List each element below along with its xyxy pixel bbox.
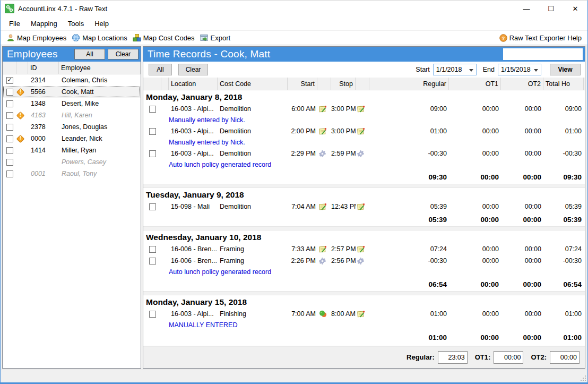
employee-checkbox[interactable] [6,112,13,119]
record-checkbox[interactable] [149,128,156,135]
record-cost-code: Demolition [218,203,288,210]
end-date-label: End [483,66,495,73]
time-record-row[interactable]: 16-003 - Alpi... Demolition 2:00 PM [143,125,585,137]
time-records-filter-row: All Clear Start 1/1/2018 End 1/15/2018 V… [143,62,585,78]
records-clear-button[interactable]: Clear [178,64,208,75]
employee-row[interactable]: ! 2378 Jones, Douglas [3,121,141,133]
record-checkbox[interactable] [149,203,156,210]
record-checkbox[interactable] [149,258,156,264]
time-record-row[interactable]: 16-003 - Alpi... Demolition 2:29 PM [143,148,585,159]
record-total-hours: 01:00 [543,310,584,318]
employees-clear-button[interactable]: Clear [108,49,139,59]
map-employees-button[interactable]: Map Employees [4,32,69,43]
employee-row[interactable]: ! 1414 Miller, Ryan [3,144,141,156]
employee-checkbox[interactable] [6,124,13,131]
record-checkbox[interactable] [149,311,156,318]
time-records-column-headers: Location Cost Code Start Stop Regular OT… [143,78,585,90]
column-header-regular[interactable]: Regular [369,78,449,90]
map-locations-button[interactable]: Map Locations [69,32,130,43]
note-icon [357,203,365,210]
record-checkbox[interactable] [149,150,156,157]
day-subtotal-row: 05:39 00:00 00:00 05:39 [143,212,585,226]
employee-row[interactable]: ! 1348 Desert, Mike [3,98,141,109]
column-header-total-hours[interactable]: Total Ho [543,78,584,90]
map-cost-codes-button[interactable]: Map Cost Codes [130,32,197,43]
toolbar-label: Map Locations [82,34,127,42]
column-header-flag [161,78,169,90]
column-header-location[interactable]: Location [169,78,218,90]
day-subtotal-row: 09:30 00:00 00:00 09:30 [143,170,585,184]
resize-grip[interactable] [580,374,586,381]
toolbar-label: Export [211,34,231,42]
export-button[interactable]: Export [197,32,234,43]
column-header-stop[interactable]: Stop [331,78,356,90]
employees-panel: Employees All Clear ID Employee ! 2314 C… [2,46,141,369]
employees-panel-header: Employees All Clear [3,47,141,62]
employees-column-headers: ID Employee [3,62,141,74]
column-header-ot1[interactable]: OT1 [449,78,501,90]
column-header-cost-code[interactable]: Cost Code [218,78,288,90]
record-cost-code: Framing [218,257,288,264]
employee-row[interactable]: ! Powers, Casey [3,156,141,168]
view-button[interactable]: View [550,64,581,75]
record-checkbox[interactable] [149,246,156,253]
time-records-list: Monday, January 8, 2018 16-003 - Alpi...… [143,90,585,346]
column-header-id[interactable]: ID [28,62,59,74]
ot1-total-label: OT1: [475,353,491,361]
menu-file[interactable]: File [4,18,25,30]
employee-checkbox[interactable] [6,170,13,177]
raw-text-exporter-help-button[interactable]: ? Raw Text Exporter Help [497,33,584,43]
time-record-row[interactable]: 15-098 - Mali Demolition 7:04 AM [143,201,585,212]
cubes-icon [133,33,141,42]
record-total-hours: 05:39 [543,203,584,210]
record-regular-hours: 01:00 [369,127,449,135]
end-date-picker[interactable]: 1/15/2018 [498,64,541,75]
record-start-time: 7:33 AM [288,245,317,253]
column-header-employee[interactable]: Employee [59,62,141,74]
column-header-ot2[interactable]: OT2 [501,78,543,90]
record-start-time: 2:29 PM [288,150,317,157]
employee-id: 0000 [28,135,59,142]
employee-name: Powers, Casey [59,158,141,166]
record-start-time: 2:26 PM [288,257,317,264]
menu-help[interactable]: Help [89,18,114,30]
column-header-start[interactable]: Start [288,78,317,90]
record-location: 15-098 - Mali [169,203,218,210]
start-date-value: 1/1/2018 [436,66,462,73]
employees-select-all-button[interactable]: All [74,49,105,59]
search-input[interactable] [504,49,585,59]
employee-row[interactable]: ! 0000 Leander, Nick [3,133,141,144]
subtotal-total: 05:39 [543,216,584,224]
record-cost-code: Demolition [218,105,288,113]
record-note-text: Manually entered by Nick. [169,139,245,146]
employee-checkbox[interactable] [6,147,13,154]
record-total-hours: -00:30 [543,257,584,264]
record-stop-time: 12:43 PM [331,203,356,210]
employee-id: 5566 [28,88,59,96]
close-button[interactable]: ✕ [563,1,587,16]
employee-row[interactable]: ! 0001 Raoul, Tony [3,168,141,180]
employee-checkbox[interactable] [6,135,13,142]
employee-checkbox[interactable] [6,159,13,166]
employee-row[interactable]: ! 5566 Cook, Matt [3,86,141,98]
record-checkbox[interactable] [149,106,156,113]
time-record-row[interactable]: 16-003 - Alpi... Finishing 7:00 AM [143,308,585,320]
time-record-row[interactable]: 16-006 - Bren... Framing 7:33 AM [143,243,585,255]
minimize-button[interactable]: — [514,1,539,16]
employee-name: Jones, Douglas [59,123,141,131]
employee-row[interactable]: ! 2314 Coleman, Chris [3,74,141,86]
gps-punch-icon [319,310,327,318]
start-date-picker[interactable]: 1/1/2018 [433,64,477,75]
employee-checkbox[interactable] [6,100,13,107]
menu-mapping[interactable]: Mapping [25,18,63,30]
group-separator [143,184,585,188]
time-record-row[interactable]: 16-003 - Alpi... Demolition 6:00 AM [143,103,585,115]
employee-checkbox[interactable] [6,89,13,96]
menu-tools[interactable]: Tools [63,18,89,30]
employee-checkbox[interactable] [6,77,13,84]
records-select-all-button[interactable]: All [149,64,172,75]
maximize-button[interactable]: ☐ [539,1,563,16]
time-record-row[interactable]: 16-006 - Bren... Framing 2:26 PM [143,255,585,267]
gear-icon [357,258,364,264]
employee-row[interactable]: ! 4163 Hill, Karen [3,109,141,121]
